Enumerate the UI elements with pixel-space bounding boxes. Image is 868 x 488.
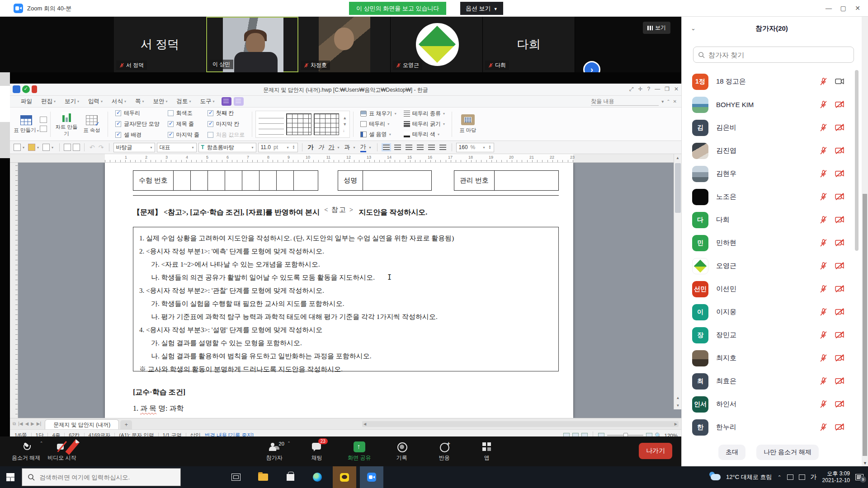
taskbar-search-input[interactable]: [39, 474, 170, 481]
menu-item[interactable]: 도구▾: [196, 98, 219, 105]
last-tab-icon[interactable]: ▶|: [37, 421, 41, 426]
toolbar-button[interactable]: 앱: [470, 437, 504, 465]
chart-create-button[interactable]: 차트 만들기: [54, 111, 79, 137]
ribbon-checkbox[interactable]: 마지막 칸: [208, 120, 245, 128]
save-icon[interactable]: [42, 144, 50, 151]
menu-item[interactable]: 입력▾: [84, 98, 107, 105]
menu-item[interactable]: 쪽▾: [131, 98, 149, 105]
participant-row[interactable]: 1정 18 정고은: [682, 70, 855, 93]
ribbon-checkbox[interactable]: 테두리: [115, 109, 160, 117]
tray-display-icon[interactable]: [787, 474, 793, 480]
toolbar-button[interactable]: 기록: [385, 437, 419, 465]
align-justify-button[interactable]: [383, 145, 390, 150]
edge-button[interactable]: [306, 466, 329, 488]
toolbar-button[interactable]: 화면 공유: [342, 437, 377, 465]
redo-icon[interactable]: ↷: [99, 144, 104, 151]
tray-device-icon[interactable]: [799, 474, 805, 480]
scrollbar-thumb[interactable]: [863, 194, 867, 456]
menu-item[interactable]: 편집▾: [37, 98, 60, 105]
zoom-slider[interactable]: [607, 435, 643, 436]
participant-row[interactable]: 김 김은비: [682, 116, 855, 139]
menu-item[interactable]: 서식▾: [107, 98, 131, 105]
microsoft-store-button[interactable]: [278, 466, 302, 488]
align-right-button[interactable]: [417, 145, 424, 150]
participant-row[interactable]: 김진엽: [682, 139, 855, 162]
close-button[interactable]: ✕: [852, 3, 863, 14]
paragraph-style-select[interactable]: 바탕글▾: [113, 143, 155, 152]
participant-row[interactable]: 선민 이선민: [682, 277, 855, 300]
chevron-up-icon[interactable]: ⌃: [40, 441, 43, 446]
hwp-window-control-button[interactable]: ?: [647, 86, 650, 92]
participant-row[interactable]: 오영근: [682, 254, 855, 277]
ribbon-button[interactable]: 테두리 색▾: [404, 131, 445, 138]
find-input[interactable]: [591, 97, 659, 106]
hwp-window-control-button[interactable]: ❐: [665, 86, 670, 92]
ribbon-button[interactable]: 테두리 종류▾: [404, 110, 445, 117]
participant-row[interactable]: 장 장민교: [682, 324, 855, 347]
toolbar-layout-icon[interactable]: [234, 97, 244, 106]
participant-row[interactable]: 이 이지웅: [682, 300, 855, 324]
participant-row[interactable]: 최 최효은: [682, 370, 855, 393]
table-create-button[interactable]: 표 만들기 ▾: [14, 114, 39, 134]
unmute-self-button[interactable]: 나만 음소거 해제: [756, 445, 819, 460]
next-tab-icon[interactable]: ▶: [31, 421, 34, 426]
participant-row[interactable]: 민 민하현: [682, 231, 855, 254]
hwp-window-control-button[interactable]: —: [655, 86, 660, 92]
ime-indicator[interactable]: 가: [811, 473, 817, 481]
window-scrollbar[interactable]: ▼: [862, 17, 868, 466]
video-tile[interactable]: 다희 다희: [483, 17, 575, 72]
table-style-swatch[interactable]: [314, 113, 339, 135]
font-color-button[interactable]: 가: [360, 143, 366, 152]
style-preset-select[interactable]: 대표▾: [157, 143, 197, 152]
name-table[interactable]: 성명: [338, 170, 432, 191]
weather-text[interactable]: 12°C 대체로 흐림: [726, 473, 772, 481]
video-tile[interactable]: 이 상민: [206, 17, 298, 72]
zoom-taskbar-button[interactable]: [360, 466, 383, 488]
new-document-icon[interactable]: [14, 144, 21, 151]
minimize-button[interactable]: —: [823, 3, 835, 14]
ribbon-checkbox[interactable]: 셀 배경: [115, 131, 160, 139]
table-style-gallery[interactable]: ▲▼↓: [255, 111, 350, 138]
toolbar-toggle-icon[interactable]: [222, 97, 231, 106]
menu-item[interactable]: 검토▾: [172, 98, 196, 105]
ribbon-button[interactable]: 테두리▾: [360, 120, 396, 128]
print-icon[interactable]: [64, 144, 71, 151]
video-tile[interactable]: 오영근: [391, 17, 483, 72]
task-view-button[interactable]: [224, 466, 248, 488]
ribbon-checkbox[interactable]: 제목 줄: [168, 120, 199, 128]
collapse-icon[interactable]: ⌃: [666, 99, 670, 104]
ribbon-checkbox[interactable]: 마지막 줄: [168, 131, 199, 139]
table-style-swatch[interactable]: [259, 113, 284, 135]
participant-row[interactable]: 다 다희: [682, 208, 855, 231]
hidden-icons-chevron[interactable]: ⌃: [777, 474, 781, 480]
prev-tab-icon[interactable]: ◀: [25, 421, 28, 426]
participant-row[interactable]: 한 한누리: [682, 416, 855, 439]
close-icon[interactable]: ✕: [673, 99, 677, 104]
undo-icon[interactable]: ↶: [90, 144, 95, 151]
gallery-up-icon[interactable]: ▲: [343, 116, 347, 120]
gallery-down-icon[interactable]: ▼: [343, 122, 347, 127]
chevron-up-icon[interactable]: ⌃: [287, 441, 291, 446]
participant-search[interactable]: [693, 47, 854, 63]
italic-button[interactable]: 가: [318, 143, 324, 151]
align-left-button[interactable]: [394, 145, 401, 150]
menu-item[interactable]: 보기▾: [60, 98, 84, 105]
horizontal-scrollbar[interactable]: ◀▶: [362, 421, 679, 427]
taskbar-search[interactable]: [22, 468, 181, 486]
table-copy-icon[interactable]: [40, 126, 47, 132]
participant-row[interactable]: 최지호: [682, 347, 855, 370]
kakaotalk-button[interactable]: [333, 466, 356, 488]
leave-meeting-button[interactable]: 나가기: [639, 443, 672, 459]
font-select[interactable]: T함초롬바탕▾: [198, 143, 256, 152]
scrollbar-thumb[interactable]: [675, 163, 681, 213]
document-page[interactable]: 수험 번호 성명 관리 번호 【문제】 <참고>, [교수·학습: [105, 163, 573, 418]
hwp-window-control-button[interactable]: ⤢: [629, 86, 634, 92]
open-document-icon[interactable]: [28, 144, 35, 151]
ribbon-checkbox[interactable]: 회색조: [168, 109, 199, 117]
table-style-swatch[interactable]: [286, 113, 311, 135]
zoom-select[interactable]: 160%▾▲▼: [456, 143, 494, 152]
font-size-select[interactable]: 11.0pt▾▲▼: [258, 143, 298, 152]
bold-button[interactable]: 가: [308, 143, 314, 151]
toolbar-button[interactable]: 비디오 시작 ⌃: [44, 437, 80, 465]
document-tab[interactable]: 문제지 및 답안지 (내꺼): [45, 419, 119, 429]
